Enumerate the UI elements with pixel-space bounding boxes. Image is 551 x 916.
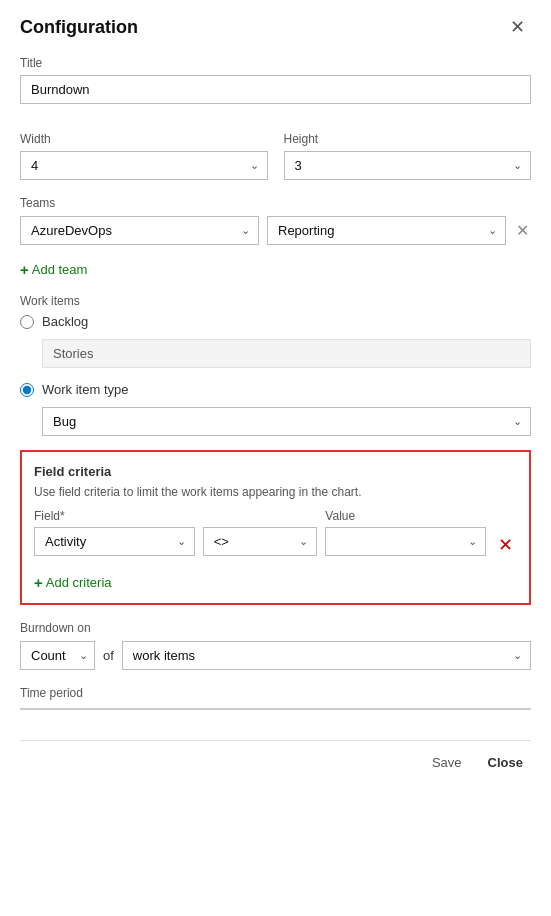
backlog-value-container — [20, 335, 531, 368]
add-team-plus-icon: + — [20, 261, 29, 278]
time-period-label: Time period — [20, 686, 531, 700]
field-criteria-title: Field criteria — [34, 464, 517, 479]
burndown-on-label: Burndown on — [20, 621, 531, 635]
add-criteria-container: + Add criteria — [34, 566, 517, 591]
width-height-row: Width 1 2 3 4 5 6 ⌄ Height 1 2 3 — [20, 118, 531, 180]
criteria-remove-button[interactable]: ✕ — [494, 534, 517, 556]
burndown-count-select[interactable]: Count Sum — [21, 642, 94, 669]
criteria-operator-label — [203, 509, 318, 523]
work-items-section: Work items Backlog Work item type Bug Ep… — [20, 294, 531, 436]
title-label: Title — [20, 56, 531, 70]
add-criteria-plus-icon: + — [34, 574, 43, 591]
team2-remove-button[interactable]: ✕ — [514, 223, 531, 239]
burndown-count-select-wrapper: Count Sum ⌄ — [20, 641, 95, 670]
teams-row: AzureDevOps Reporting Other ⌄ AzureDevOp… — [20, 216, 531, 245]
teams-section: Teams AzureDevOps Reporting Other ⌄ Azur… — [20, 196, 531, 278]
dialog-header: Configuration ✕ — [20, 16, 531, 38]
backlog-radio-label: Backlog — [42, 314, 88, 329]
work-items-label: Work items — [20, 294, 531, 308]
close-icon-button[interactable]: ✕ — [504, 16, 531, 38]
criteria-operator-select[interactable]: = <> < > <= >= — [204, 528, 317, 555]
criteria-field-select[interactable]: Activity Area Path Assigned To State Tag… — [35, 528, 194, 555]
work-item-type-select-wrapper: Bug Epic Feature Task User Story ⌄ — [42, 407, 531, 436]
dialog-footer: Save Close — [20, 740, 531, 774]
title-section: Title — [20, 56, 531, 104]
criteria-operator-select-wrapper: = <> < > <= >= ⌄ — [203, 527, 318, 556]
configuration-dialog: Configuration ✕ Title Width 1 2 3 4 5 6 … — [0, 0, 551, 916]
burndown-items-select-wrapper: work items Story Points Effort ⌄ — [122, 641, 531, 670]
add-criteria-label: Add criteria — [46, 575, 112, 590]
width-label: Width — [20, 132, 268, 146]
teams-label: Teams — [20, 196, 531, 210]
criteria-value-select[interactable] — [326, 528, 485, 555]
burndown-on-section: Burndown on Count Sum ⌄ of work items St… — [20, 621, 531, 670]
burndown-on-row: Count Sum ⌄ of work items Story Points E… — [20, 641, 531, 670]
backlog-option: Backlog — [20, 314, 531, 329]
dialog-title: Configuration — [20, 17, 138, 38]
burndown-of-label: of — [103, 648, 114, 663]
width-select-wrapper: 1 2 3 4 5 6 ⌄ — [20, 151, 268, 180]
field-criteria-description: Use field criteria to limit the work ite… — [34, 485, 517, 499]
backlog-input — [42, 339, 531, 368]
team1-select[interactable]: AzureDevOps Reporting Other — [21, 217, 258, 244]
height-section: Height 1 2 3 4 5 6 ⌄ — [284, 118, 532, 180]
time-period-section: Time period — [20, 686, 531, 710]
criteria-operator-col: = <> < > <= >= ⌄ — [203, 509, 318, 556]
work-items-radio-group: Backlog Work item type Bug Epic Feature … — [20, 314, 531, 436]
add-team-container: + Add team — [20, 253, 531, 278]
criteria-value-select-wrapper: ⌄ — [325, 527, 486, 556]
criteria-field-label: Field* — [34, 509, 195, 523]
add-criteria-button[interactable]: + Add criteria — [34, 574, 112, 591]
team1-select-wrapper: AzureDevOps Reporting Other ⌄ — [20, 216, 259, 245]
title-input[interactable] — [20, 75, 531, 104]
time-period-bar — [20, 708, 531, 710]
work-item-type-select-wrapper-outer: Bug Epic Feature Task User Story ⌄ — [42, 407, 531, 436]
work-item-type-option: Work item type — [20, 382, 531, 397]
width-select[interactable]: 1 2 3 4 5 6 — [21, 152, 267, 179]
team2-select[interactable]: AzureDevOps Reporting Other — [268, 217, 505, 244]
backlog-radio[interactable] — [20, 315, 34, 329]
criteria-value-col: Value ⌄ — [325, 509, 486, 556]
criteria-field-select-wrapper: Activity Area Path Assigned To State Tag… — [34, 527, 195, 556]
criteria-inputs-row: Field* Activity Area Path Assigned To St… — [34, 509, 517, 556]
criteria-value-label: Value — [325, 509, 486, 523]
add-team-label: Add team — [32, 262, 88, 277]
work-item-type-select[interactable]: Bug Epic Feature Task User Story — [43, 408, 530, 435]
save-button[interactable]: Save — [424, 751, 470, 774]
add-team-button[interactable]: + Add team — [20, 261, 87, 278]
criteria-field-col: Field* Activity Area Path Assigned To St… — [34, 509, 195, 556]
footer-close-button[interactable]: Close — [480, 751, 531, 774]
burndown-items-select[interactable]: work items Story Points Effort — [123, 642, 530, 669]
width-section: Width 1 2 3 4 5 6 ⌄ — [20, 118, 268, 180]
height-select-wrapper: 1 2 3 4 5 6 ⌄ — [284, 151, 532, 180]
work-item-type-radio-label: Work item type — [42, 382, 128, 397]
field-criteria-section: Field criteria Use field criteria to lim… — [20, 450, 531, 605]
work-item-type-radio[interactable] — [20, 383, 34, 397]
height-select[interactable]: 1 2 3 4 5 6 — [285, 152, 531, 179]
height-label: Height — [284, 132, 532, 146]
team2-select-wrapper: AzureDevOps Reporting Other ⌄ — [267, 216, 506, 245]
